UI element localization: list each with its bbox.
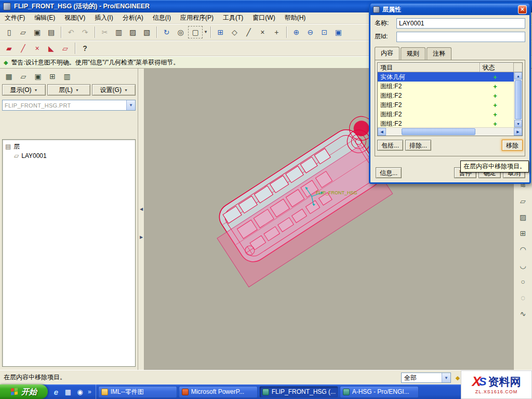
dialog-titlebar[interactable]: 层属性 × bbox=[370, 4, 529, 15]
copy-icon[interactable]: ▥ bbox=[112, 26, 125, 38]
task-a-hsg[interactable]: A-HSG - Pro/ENGI... bbox=[340, 386, 419, 398]
menu-applications[interactable]: 应用程序(P) bbox=[176, 12, 218, 24]
settings-menu-button[interactable]: 设置(G) ▼ bbox=[92, 84, 136, 96]
open-file-icon[interactable]: ▱ bbox=[17, 26, 30, 38]
layer-name-input[interactable] bbox=[396, 18, 525, 29]
zoom-out-icon[interactable]: ⊖ bbox=[304, 26, 317, 38]
datum-csys-toggle-icon[interactable]: + bbox=[270, 26, 283, 38]
horizontal-scrollbar[interactable]: ◀ ▶ bbox=[378, 127, 522, 136]
wave-tool-icon[interactable]: ∿ bbox=[516, 308, 530, 320]
search-icon[interactable]: ◎ bbox=[174, 26, 187, 38]
layer-id-input[interactable] bbox=[396, 32, 525, 42]
copy-layer-icon[interactable]: ▥ bbox=[60, 70, 74, 83]
selection-filter-dropdown-icon[interactable]: ▼ bbox=[204, 30, 208, 34]
close-icon[interactable]: × bbox=[518, 5, 527, 14]
show-desktop-icon[interactable]: ▦ bbox=[63, 387, 73, 397]
datum-planes-toggle-icon[interactable]: ◇ bbox=[228, 26, 241, 38]
internet-explorer-icon[interactable]: e bbox=[51, 387, 61, 397]
new-file-icon[interactable]: ▯ bbox=[3, 26, 16, 38]
menu-window[interactable]: 窗口(W) bbox=[248, 12, 280, 24]
corner-trim-icon[interactable]: ◣ bbox=[45, 42, 58, 55]
task-flip-front-hsg[interactable]: FLIP_FRONT_HSG (... bbox=[259, 386, 338, 398]
tree-node-layers[interactable]: ▤ 层 bbox=[4, 142, 134, 151]
repaint-icon[interactable]: ▣ bbox=[332, 26, 345, 38]
redo-icon[interactable]: ↷ bbox=[78, 26, 91, 38]
paste-icon[interactable]: ▨ bbox=[126, 26, 139, 38]
list-item[interactable]: 面组:F2 + bbox=[378, 100, 514, 110]
tree-view-toggle-icon[interactable]: ▦ bbox=[2, 70, 16, 83]
menu-view[interactable]: 视图(V) bbox=[60, 12, 90, 24]
expand-panel-icon[interactable]: ▶ bbox=[139, 231, 144, 243]
panel-sash[interactable]: ◀ ▶ bbox=[138, 69, 144, 370]
delete-segment-icon[interactable]: × bbox=[31, 42, 44, 55]
zoom-in-icon[interactable]: ⊕ bbox=[290, 26, 303, 38]
scroll-left-icon[interactable]: ◀ bbox=[378, 128, 386, 136]
model-select-combo[interactable]: FLIP_FRONT_HSG.PRT ▼ bbox=[2, 100, 136, 111]
regenerate-icon[interactable]: ↻ bbox=[160, 26, 173, 38]
shade-tool-icon[interactable]: ▨ bbox=[516, 211, 530, 223]
undo-icon[interactable]: ↶ bbox=[64, 26, 77, 38]
list-item[interactable]: 面组:F2 + bbox=[378, 82, 514, 91]
layer-menu-button[interactable]: 层(L) ▼ bbox=[47, 84, 91, 96]
app-icon[interactable] bbox=[3, 3, 11, 10]
selection-filter-combo[interactable]: 全部 ▼ bbox=[401, 373, 451, 383]
cut-icon[interactable]: ✂ bbox=[98, 26, 111, 38]
column-header-status[interactable]: 状态 bbox=[480, 63, 514, 72]
task-powerpoint[interactable]: Microsoft PowerP... bbox=[179, 386, 258, 398]
grid-tool-icon[interactable]: ⊞ bbox=[516, 227, 530, 240]
collapse-panel-icon[interactable]: ◀ bbox=[139, 203, 144, 215]
overflow-chevron-icon[interactable]: » bbox=[87, 388, 92, 395]
print-icon[interactable]: ▤ bbox=[45, 26, 58, 38]
column-header-item[interactable]: 项目 bbox=[378, 63, 480, 72]
include-button[interactable]: 包括... bbox=[377, 140, 403, 151]
view-manager-icon[interactable]: ⊞ bbox=[214, 26, 227, 38]
start-button[interactable]: 开始 bbox=[0, 384, 48, 399]
tree-node-lay0001[interactable]: ▱ LAY0001 bbox=[4, 151, 134, 161]
menu-file[interactable]: 文件(F) bbox=[0, 12, 30, 24]
draft-tool-icon[interactable]: ▱ bbox=[516, 195, 530, 207]
scroll-down-icon[interactable]: ▼ bbox=[514, 120, 522, 127]
sketch-plane-icon[interactable]: ▱ bbox=[59, 42, 72, 55]
list-item[interactable]: 面组:F2 + bbox=[378, 91, 514, 100]
list-item[interactable]: 面组:F2 + bbox=[378, 110, 514, 119]
zoom-fit-icon[interactable]: ⊡ bbox=[318, 26, 331, 38]
exclude-button[interactable]: 排除... bbox=[405, 140, 431, 151]
list-item[interactable]: 实体几何 + bbox=[378, 72, 514, 82]
scrollbar-thumb[interactable] bbox=[515, 80, 522, 119]
sketch-region-icon[interactable]: ▰ bbox=[3, 42, 16, 55]
tab-rules[interactable]: 规则 bbox=[401, 47, 425, 60]
chevron-down-icon[interactable]: ▼ bbox=[126, 100, 135, 110]
task-iml-drawing[interactable]: IML--零件图 bbox=[98, 386, 177, 398]
info-button[interactable]: 信息... bbox=[376, 167, 402, 178]
menu-tools[interactable]: 工具(T) bbox=[218, 12, 248, 24]
context-help-icon[interactable]: ? bbox=[78, 42, 91, 55]
scrollbar-track[interactable] bbox=[386, 128, 514, 136]
chevron-down-icon[interactable]: ▼ bbox=[442, 373, 450, 382]
new-layer-icon[interactable]: ▣ bbox=[31, 70, 45, 83]
menu-analysis[interactable]: 分析(A) bbox=[118, 12, 148, 24]
arc-up-tool-icon[interactable]: ◠ bbox=[516, 243, 530, 256]
arc-down-tool-icon[interactable]: ◡ bbox=[516, 259, 530, 272]
show-menu-button[interactable]: 显示(O) ▼ bbox=[2, 84, 46, 96]
sketch-line-icon[interactable]: ╱ bbox=[17, 42, 30, 55]
circle-tool-icon[interactable]: ○ bbox=[516, 275, 530, 288]
ref-circle-tool-icon[interactable]: ◌ bbox=[516, 291, 530, 304]
tab-notes[interactable]: 注释 bbox=[427, 47, 451, 60]
vertical-scrollbar[interactable]: ▲ ▼ bbox=[514, 72, 522, 127]
menu-edit[interactable]: 编辑(E) bbox=[30, 12, 60, 24]
layer-settings-icon[interactable]: ⊞ bbox=[46, 70, 59, 83]
datum-points-toggle-icon[interactable]: × bbox=[256, 26, 269, 38]
scroll-right-icon[interactable]: ▶ bbox=[514, 128, 522, 136]
remove-button[interactable]: 移除 bbox=[502, 140, 523, 151]
menu-info[interactable]: 信息(I) bbox=[148, 12, 176, 24]
media-player-icon[interactable]: ◉ bbox=[75, 387, 85, 397]
layer-tree-toggle-icon[interactable]: ▱ bbox=[17, 70, 30, 83]
scroll-up-icon[interactable]: ▲ bbox=[514, 72, 522, 79]
datum-axes-toggle-icon[interactable]: ╱ bbox=[242, 26, 255, 38]
menu-help[interactable]: 帮助(H) bbox=[280, 12, 311, 24]
menu-insert[interactable]: 插入(I) bbox=[90, 12, 117, 24]
tab-content[interactable]: 内容 bbox=[375, 47, 400, 60]
paste-special-icon[interactable]: ▧ bbox=[140, 26, 153, 38]
scrollbar-thumb[interactable] bbox=[402, 128, 476, 135]
selection-filter-icon[interactable]: ▢ bbox=[188, 26, 203, 38]
